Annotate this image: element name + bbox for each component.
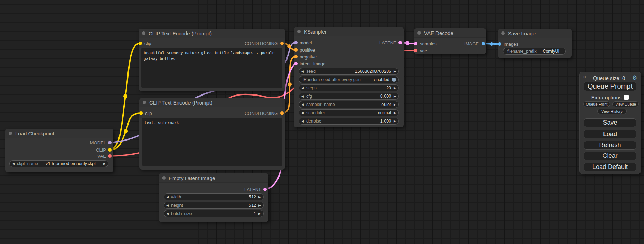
increment-arrow-icon[interactable]: ▶ xyxy=(258,196,261,199)
decrement-arrow-icon[interactable]: ◀ xyxy=(301,95,304,98)
queue-front-button[interactable]: Queue Front xyxy=(583,101,610,107)
widget-label: sampler_name xyxy=(306,102,335,107)
clear-button[interactable]: Clear xyxy=(584,152,636,160)
node-header[interactable]: KSampler xyxy=(294,27,404,36)
sampler-name-widget[interactable]: ◀ sampler_name euler ▶ xyxy=(299,101,399,108)
height-widget[interactable]: ◀ height 512 ▶ xyxy=(164,202,264,209)
collapse-dot-icon[interactable] xyxy=(417,31,421,35)
input-label-positive: positive xyxy=(300,47,315,53)
view-queue-button[interactable]: View Queue xyxy=(612,101,639,107)
widget-value: 1.000 xyxy=(380,119,391,124)
output-port-latent[interactable] xyxy=(263,188,267,191)
decrement-arrow-icon[interactable]: ◀ xyxy=(166,204,169,207)
output-port-vae[interactable] xyxy=(108,154,112,158)
input-port-latent-image[interactable] xyxy=(294,62,298,65)
increment-arrow-icon[interactable]: ▶ xyxy=(258,212,261,215)
increment-arrow-icon[interactable]: ▶ xyxy=(394,70,396,73)
node-save-image[interactable]: Save Image images filename_prefix ComfyU… xyxy=(498,29,572,58)
view-history-button[interactable]: View History xyxy=(597,109,627,114)
collapse-dot-icon[interactable] xyxy=(501,31,505,35)
input-port-clip[interactable] xyxy=(139,111,143,115)
node-ksampler[interactable]: KSampler model LATENT positive negative … xyxy=(294,27,404,127)
node-header[interactable]: CLIP Text Encode (Prompt) xyxy=(139,98,285,107)
increment-arrow-icon[interactable]: ▶ xyxy=(394,120,396,123)
load-button[interactable]: Load xyxy=(584,130,636,138)
node-clip-text-encode-positive[interactable]: CLIP Text Encode (Prompt) clip CONDITION… xyxy=(139,29,285,91)
input-port-model[interactable] xyxy=(294,41,298,44)
decrement-arrow-icon[interactable]: ◀ xyxy=(12,162,15,165)
prompt-textarea[interactable]: text, watermark xyxy=(142,118,282,166)
node-title: Save Image xyxy=(508,30,536,36)
input-port-samples[interactable] xyxy=(414,42,417,45)
output-port-conditioning[interactable] xyxy=(280,111,284,115)
decrement-arrow-icon[interactable]: ◀ xyxy=(301,70,304,73)
decrement-arrow-icon[interactable]: ◀ xyxy=(301,120,304,123)
link-midpoint-dot xyxy=(405,41,409,45)
node-clip-text-encode-negative[interactable]: CLIP Text Encode (Prompt) clip CONDITION… xyxy=(139,98,285,170)
input-port-negative[interactable] xyxy=(294,55,298,58)
widget-value: ComfyUI xyxy=(542,49,559,54)
collapse-dot-icon[interactable] xyxy=(143,101,146,104)
input-port-clip[interactable] xyxy=(139,42,142,45)
decrement-arrow-icon[interactable]: ◀ xyxy=(166,212,169,215)
output-label-model: MODEL xyxy=(90,139,106,146)
drag-handle-icon[interactable]: ⠿ xyxy=(583,75,586,81)
ckpt-name-widget[interactable]: ◀ ckpt_name v1-5-pruned-emaonly.ckpt ▶ xyxy=(9,160,108,167)
scheduler-widget[interactable]: ◀ scheduler normal ▶ xyxy=(299,109,399,116)
node-header[interactable]: VAE Decode xyxy=(414,28,486,38)
collapse-dot-icon[interactable] xyxy=(162,176,166,180)
output-port-latent[interactable] xyxy=(398,41,402,44)
extra-options-checkbox[interactable] xyxy=(624,95,629,100)
save-button[interactable]: Save xyxy=(584,118,636,127)
collapse-dot-icon[interactable] xyxy=(142,31,145,35)
decrement-arrow-icon[interactable]: ◀ xyxy=(301,87,304,90)
seed-widget[interactable]: ◀ seed 156680208700286 ▶ xyxy=(299,68,399,75)
widget-label: Random seed after every gen xyxy=(303,77,361,82)
prompt-textarea[interactable]: beautiful scenery nature glass bottle la… xyxy=(141,48,282,88)
collapse-dot-icon[interactable] xyxy=(297,30,301,33)
cfg-widget[interactable]: ◀ cfg 8.000 ▶ xyxy=(299,93,399,100)
input-port-vae[interactable] xyxy=(414,49,417,52)
node-title: VAE Decode xyxy=(424,30,453,36)
node-title: Empty Latent Image xyxy=(169,175,215,181)
decrement-arrow-icon[interactable]: ◀ xyxy=(301,111,304,115)
queue-panel[interactable]: ⠿ Queue size: 0 ⚙ Queue Prompt Extra opt… xyxy=(579,72,641,174)
denoise-widget[interactable]: ◀ denoise 1.000 ▶ xyxy=(299,118,399,125)
random-seed-widget[interactable]: Random seed after every gen enabled xyxy=(299,76,399,83)
node-empty-latent-image[interactable]: Empty Latent Image LATENT ◀ width 512 ▶ … xyxy=(159,173,268,222)
increment-arrow-icon[interactable]: ▶ xyxy=(394,111,396,115)
node-header[interactable]: Empty Latent Image xyxy=(159,173,268,183)
random-seed-toggle-icon[interactable] xyxy=(392,78,396,82)
node-vae-decode[interactable]: VAE Decode samples IMAGE vae xyxy=(414,28,486,54)
input-port-images[interactable] xyxy=(498,42,501,46)
node-header[interactable]: Save Image xyxy=(498,29,572,38)
node-header[interactable]: CLIP Text Encode (Prompt) xyxy=(139,29,285,38)
steps-widget[interactable]: ◀ steps 20 ▶ xyxy=(299,84,399,91)
decrement-arrow-icon[interactable]: ◀ xyxy=(166,196,169,199)
widget-label: scheduler xyxy=(306,110,325,115)
output-port-model[interactable] xyxy=(108,141,112,144)
output-port-clip[interactable] xyxy=(108,148,112,152)
load-default-button[interactable]: Load Default xyxy=(584,163,636,171)
output-port-image[interactable] xyxy=(482,42,485,45)
settings-gear-icon[interactable]: ⚙ xyxy=(632,75,637,81)
increment-arrow-icon[interactable]: ▶ xyxy=(394,95,396,98)
comfyui-canvas[interactable]: { "colors": { "model": "#B39DDB", "clip"… xyxy=(0,0,644,244)
output-port-conditioning[interactable] xyxy=(280,42,284,45)
filename-prefix-widget[interactable]: filename_prefix ComfyUI xyxy=(503,48,566,55)
output-label-image: IMAGE xyxy=(464,40,479,47)
increment-arrow-icon[interactable]: ▶ xyxy=(103,162,106,165)
queue-prompt-button[interactable]: Queue Prompt xyxy=(584,82,636,91)
increment-arrow-icon[interactable]: ▶ xyxy=(394,87,396,90)
increment-arrow-icon[interactable]: ▶ xyxy=(394,103,396,106)
collapse-dot-icon[interactable] xyxy=(9,132,12,135)
refresh-button[interactable]: Refresh xyxy=(584,141,636,150)
decrement-arrow-icon[interactable]: ◀ xyxy=(301,103,304,106)
width-widget[interactable]: ◀ width 512 ▶ xyxy=(164,193,264,200)
input-port-positive[interactable] xyxy=(294,48,298,52)
node-header[interactable]: Load Checkpoint xyxy=(5,129,113,138)
node-load-checkpoint[interactable]: Load Checkpoint MODEL CLIP VAE ◀ ckpt_na… xyxy=(5,129,113,172)
increment-arrow-icon[interactable]: ▶ xyxy=(258,204,261,207)
widget-label: seed xyxy=(306,69,316,74)
batch-size-widget[interactable]: ◀ batch_size 1 ▶ xyxy=(164,210,264,217)
